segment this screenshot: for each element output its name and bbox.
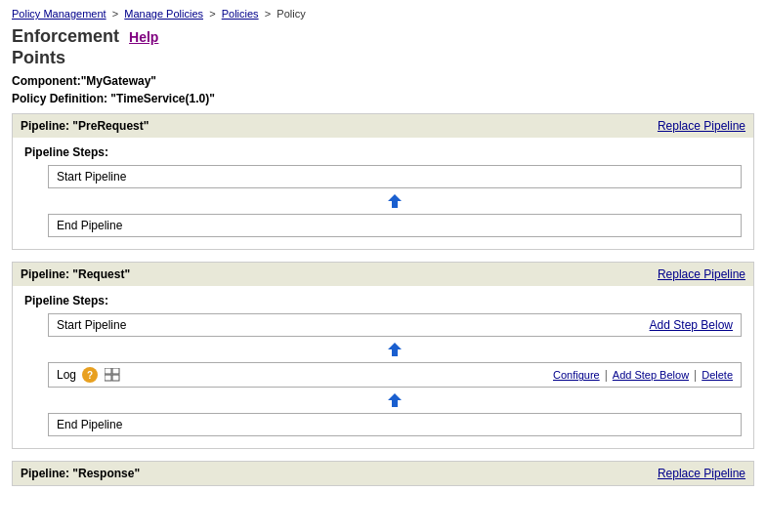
page-title: Enforcement Help Points <box>12 25 158 68</box>
step-log: Log ? Configure | <box>48 362 742 388</box>
pipeline-prerequest-body: Pipeline Steps: Start Pipeline End Pipel… <box>13 138 753 249</box>
replace-pipeline-response[interactable]: Replace Pipeline <box>658 467 745 480</box>
step-log-name: Log <box>57 368 76 382</box>
pipeline-prerequest-title: Pipeline: "PreRequest" <box>21 119 149 133</box>
add-step-below-log[interactable]: Add Step Below <box>613 369 689 381</box>
breadcrumb-policy-management[interactable]: Policy Management <box>12 8 106 20</box>
arrow-down-request-2 <box>48 388 742 413</box>
svg-rect-2 <box>105 368 111 374</box>
end-pipeline-prerequest: End Pipeline <box>48 214 742 237</box>
pipeline-response-title: Pipeline: "Response" <box>21 467 140 480</box>
svg-rect-4 <box>105 375 111 381</box>
pipeline-request-header: Pipeline: "Request" Replace Pipeline <box>13 263 753 286</box>
arrow-down-prerequest <box>48 188 742 214</box>
grid-icon[interactable] <box>104 367 121 383</box>
arrow-down-request-1 <box>48 337 742 362</box>
pipeline-request-steps-label: Pipeline Steps: <box>24 294 742 307</box>
help-link[interactable]: Help <box>129 29 158 45</box>
info-icon[interactable]: ? <box>82 367 98 383</box>
pipeline-prerequest: Pipeline: "PreRequest" Replace Pipeline … <box>12 113 754 250</box>
configure-log[interactable]: Configure <box>553 369 600 381</box>
svg-rect-3 <box>112 368 119 374</box>
policy-def-label: Policy Definition: "TimeService(1.0)" <box>0 90 766 113</box>
svg-marker-6 <box>388 393 402 407</box>
end-pipeline-request: End Pipeline <box>48 413 742 436</box>
add-step-below-start-request[interactable]: Add Step Below <box>650 318 733 332</box>
component-label: Component:"MyGateway" <box>0 68 766 90</box>
pipeline-prerequest-header: Pipeline: "PreRequest" Replace Pipeline <box>13 114 753 138</box>
breadcrumb-manage-policies[interactable]: Manage Policies <box>124 8 203 20</box>
svg-marker-0 <box>388 194 402 208</box>
breadcrumb-policies[interactable]: Policies <box>222 8 259 20</box>
pipeline-request-title: Pipeline: "Request" <box>21 267 130 281</box>
pipeline-request: Pipeline: "Request" Replace Pipeline Pip… <box>12 262 754 449</box>
replace-pipeline-prerequest[interactable]: Replace Pipeline <box>658 119 745 133</box>
replace-pipeline-request[interactable]: Replace Pipeline <box>658 267 745 281</box>
start-pipeline-request: Start Pipeline Add Step Below <box>48 313 742 337</box>
pipeline-prerequest-steps-label: Pipeline Steps: <box>24 145 742 159</box>
pipeline-response-header: Pipeline: "Response" Replace Pipeline <box>13 462 753 485</box>
svg-rect-5 <box>112 375 119 381</box>
breadcrumb-current: Policy <box>277 8 305 20</box>
svg-marker-1 <box>388 343 402 356</box>
start-pipeline-prerequest: Start Pipeline <box>48 165 742 188</box>
breadcrumb: Policy Management > Manage Policies > Po… <box>0 0 766 23</box>
pipeline-response: Pipeline: "Response" Replace Pipeline <box>12 461 754 486</box>
pipeline-request-body: Pipeline Steps: Start Pipeline Add Step … <box>13 286 753 448</box>
delete-log[interactable]: Delete <box>702 369 733 381</box>
